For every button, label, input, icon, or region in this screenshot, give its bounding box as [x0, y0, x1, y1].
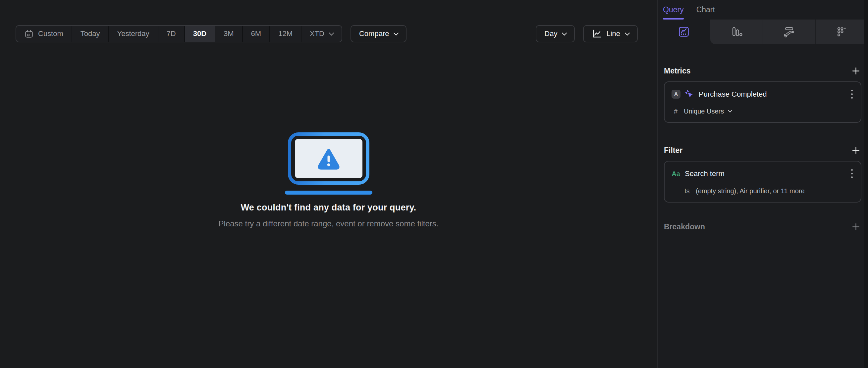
filter-kebab-menu[interactable] [849, 168, 855, 179]
filter-card[interactable]: Aa Search term Is (empty string), Air pu… [664, 161, 861, 203]
line-chart-icon [592, 29, 602, 39]
filter-operator[interactable]: Is [684, 187, 696, 195]
sidebar-tabs: Query Chart [658, 0, 868, 20]
filter-card-property-row: Aa Search term [664, 168, 861, 179]
add-filter-button[interactable] [850, 145, 861, 156]
query-builder-content: Metrics A Purchase [658, 65, 868, 232]
string-property-type-icon: Aa [672, 170, 681, 177]
chevron-down-icon [394, 30, 399, 35]
main-chart-area: Custom Today Yesterday 7D 30D 3M 6M 12M … [0, 0, 657, 368]
empty-state-subtitle: Please try a different date range, event… [219, 219, 439, 228]
chart-display-toolbar: Day Line [536, 25, 638, 42]
range-yesterday-button[interactable]: Yesterday [109, 26, 158, 42]
sidebar-scrollbar-track[interactable] [864, 0, 868, 368]
insights-icon [678, 26, 690, 38]
filter-section-header: Filter [664, 145, 861, 156]
query-type-retention-tab[interactable] [815, 20, 868, 44]
add-breakdown-button[interactable] [850, 221, 861, 232]
query-type-tab-strip [658, 20, 868, 44]
range-6m-button[interactable]: 6M [243, 26, 270, 42]
calendar-icon [25, 29, 33, 38]
range-custom-button[interactable]: Custom [16, 26, 72, 42]
filter-card-condition-row: Is (empty string), Air purifier, or 11 m… [664, 187, 861, 195]
metric-card-event-row: A Purchase Completed [664, 88, 861, 100]
filter-value[interactable]: (empty string), Air purifier, or 11 more [696, 187, 805, 195]
metric-event-name[interactable]: Purchase Completed [699, 90, 849, 99]
filter-property-name[interactable]: Search term [685, 169, 849, 178]
query-type-insights-tab[interactable] [658, 20, 710, 44]
compare-dropdown[interactable]: Compare [350, 25, 406, 42]
breakdown-heading: Breakdown [664, 223, 705, 231]
flows-icon [783, 26, 796, 38]
chevron-down-icon [625, 30, 630, 35]
range-30d-button[interactable]: 30D [185, 26, 215, 42]
query-type-inactive-tabs [710, 20, 868, 44]
event-cursor-sparkle-icon [684, 89, 694, 99]
range-xtd-dropdown[interactable]: XTD [302, 26, 342, 42]
aggregation-dropdown[interactable]: Unique Users [684, 107, 732, 115]
filter-heading: Filter [664, 146, 682, 155]
date-range-segmented-control: Custom Today Yesterday 7D 30D 3M 6M 12M … [16, 25, 342, 42]
no-data-laptop-warning-illustration [285, 132, 373, 195]
retention-icon [836, 26, 848, 38]
granularity-dropdown[interactable]: Day [536, 25, 575, 42]
range-3m-button[interactable]: 3M [215, 26, 243, 42]
breakdown-section-header: Breakdown [664, 221, 861, 232]
empty-state-title: We couldn't find any data for your query… [241, 203, 416, 213]
range-label: Custom [38, 29, 63, 38]
tab-chart[interactable]: Chart [696, 0, 715, 20]
chevron-down-icon [728, 108, 732, 112]
funnels-icon [730, 26, 743, 38]
metric-kebab-menu[interactable] [849, 88, 855, 100]
chevron-down-icon [329, 30, 334, 35]
query-builder-sidebar: Query Chart [658, 0, 868, 368]
range-7d-button[interactable]: 7D [158, 26, 185, 42]
query-type-funnels-tab[interactable] [710, 20, 763, 44]
empty-state: We couldn't find any data for your query… [0, 132, 657, 228]
series-letter-badge: A [672, 90, 681, 99]
metrics-section-header: Metrics [664, 65, 861, 76]
range-12m-button[interactable]: 12M [270, 26, 302, 42]
chevron-down-icon [562, 30, 567, 35]
add-metric-button[interactable] [850, 65, 861, 76]
date-range-toolbar: Custom Today Yesterday 7D 30D 3M 6M 12M … [16, 25, 406, 42]
metric-card-aggregation-row: # Unique Users [664, 107, 861, 115]
tab-query[interactable]: Query [663, 0, 684, 20]
range-today-button[interactable]: Today [72, 26, 109, 42]
query-type-flows-tab[interactable] [763, 20, 815, 44]
chart-type-dropdown[interactable]: Line [583, 25, 638, 42]
count-hash-icon: # [674, 107, 684, 115]
chart-toolbar: Custom Today Yesterday 7D 30D 3M 6M 12M … [16, 25, 638, 42]
metrics-heading: Metrics [664, 67, 691, 75]
metric-card[interactable]: A Purchase Completed # Unique Users [664, 81, 861, 123]
